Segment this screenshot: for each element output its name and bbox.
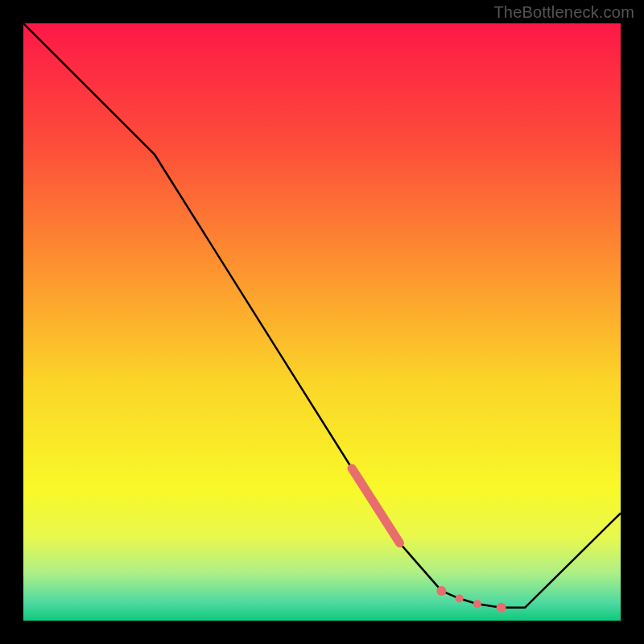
highlight-dot xyxy=(456,595,464,603)
watermark-text: TheBottleneck.com xyxy=(493,3,634,22)
chart-container: TheBottleneck.com xyxy=(0,0,644,644)
highlight-dot xyxy=(497,603,506,613)
chart-svg xyxy=(23,23,621,621)
plot-area xyxy=(23,23,621,621)
highlight-dot xyxy=(436,586,446,596)
highlight-dot xyxy=(473,600,481,608)
